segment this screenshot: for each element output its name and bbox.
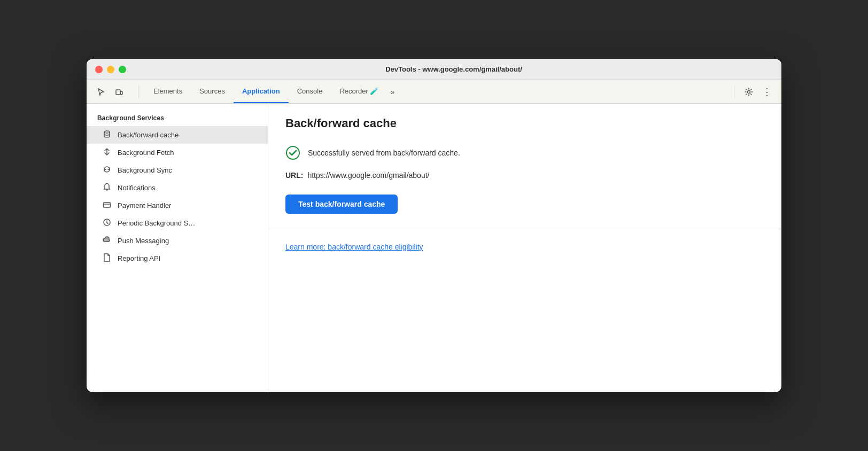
sidebar-item-push[interactable]: Push Messaging [87,232,268,250]
svg-rect-1 [120,91,122,95]
tab-console[interactable]: Console [289,80,331,103]
url-row: URL: https://www.google.com/gmail/about/ [285,171,764,180]
svg-rect-0 [116,90,120,95]
sidebar-item-bgfetch-label: Background Fetch [118,149,174,157]
database-icon [102,130,112,140]
success-text: Successfully served from back/forward ca… [308,149,460,157]
toolbar-icons [93,84,127,100]
tab-elements[interactable]: Elements [145,80,191,103]
tabs: Elements Sources Application Console Rec… [145,80,727,103]
svg-point-3 [104,131,110,133]
clock-icon [102,218,112,228]
bell-icon [102,183,112,193]
content-panel: Back/forward cache Successfully served f… [268,104,781,392]
sidebar-section-title: Background Services [87,112,268,126]
sidebar-item-periodic-label: Periodic Background S… [118,219,195,227]
sidebar-item-bgsync[interactable]: Background Sync [87,161,268,179]
sidebar-item-payment[interactable]: Payment Handler [87,197,268,214]
payment-icon [102,200,112,211]
traffic-lights [95,66,126,73]
device-toggle-icon[interactable] [111,84,127,100]
file-icon [102,253,112,263]
url-value: https://www.google.com/gmail/about/ [307,171,429,180]
sidebar-item-backforward-label: Back/forward cache [118,131,179,139]
fetch-icon [102,147,112,158]
window-title: DevTools - www.google.com/gmail/about/ [135,65,773,73]
url-label: URL: [285,171,303,180]
toolbar: Elements Sources Application Console Rec… [87,80,781,104]
success-row: Successfully served from back/forward ca… [285,145,764,160]
main-content: Background Services Back/forward cache [87,104,781,392]
tab-application[interactable]: Application [234,80,289,103]
sidebar-item-notifications[interactable]: Notifications [87,179,268,197]
svg-point-6 [286,146,299,159]
sidebar-item-bgsync-label: Background Sync [118,166,172,174]
more-tabs-button[interactable]: » [387,85,398,98]
content-divider [268,229,781,229]
svg-rect-4 [104,203,111,207]
content-title: Back/forward cache [285,116,764,130]
maximize-button[interactable] [119,66,126,73]
sync-icon [102,165,112,175]
tab-recorder[interactable]: Recorder 🧪 [331,80,387,103]
toolbar-right: ⋮ [730,84,775,100]
titlebar: DevTools - www.google.com/gmail/about/ [87,59,781,80]
svg-point-2 [748,90,750,93]
sidebar-item-reporting-label: Reporting API [118,254,160,262]
tab-sources[interactable]: Sources [191,80,234,103]
more-options-icon[interactable]: ⋮ [759,84,775,100]
settings-icon[interactable] [741,84,757,100]
sidebar-item-payment-label: Payment Handler [118,201,171,209]
sidebar-item-backforward[interactable]: Back/forward cache [87,126,268,144]
minimize-button[interactable] [107,66,114,73]
toolbar-divider-right [734,85,734,98]
cloud-icon [102,236,112,246]
success-icon [285,145,300,160]
sidebar-item-reporting[interactable]: Reporting API [87,250,268,267]
sidebar-item-bgfetch[interactable]: Background Fetch [87,144,268,161]
devtools-window: DevTools - www.google.com/gmail/about/ E… [87,59,781,392]
sidebar-item-periodic[interactable]: Periodic Background S… [87,214,268,232]
sidebar-item-notifications-label: Notifications [118,184,156,192]
toolbar-divider [138,85,138,98]
sidebar: Background Services Back/forward cache [87,104,268,392]
sidebar-item-push-label: Push Messaging [118,237,169,245]
cursor-icon[interactable] [93,84,109,100]
learn-more-link[interactable]: Learn more: back/forward cache eligibili… [285,243,423,251]
test-backforward-button[interactable]: Test back/forward cache [285,195,398,214]
close-button[interactable] [95,66,103,73]
